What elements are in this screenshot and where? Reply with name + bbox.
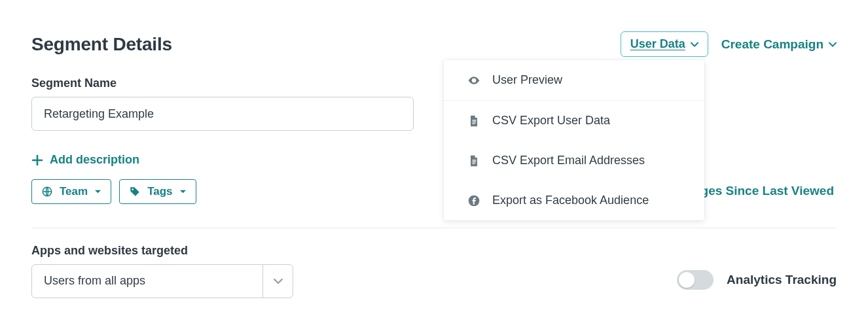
- menu-item-label: CSV Export User Data: [492, 114, 610, 128]
- team-chip[interactable]: Team: [31, 179, 111, 204]
- apps-targeted-label: Apps and websites targeted: [31, 244, 293, 258]
- caret-down-icon: [179, 188, 187, 195]
- caret-down-icon: [94, 188, 101, 195]
- chevron-down-icon: [262, 265, 293, 298]
- svg-rect-5: [473, 123, 475, 124]
- svg-rect-4: [473, 121, 477, 122]
- user-data-dropdown-button[interactable]: User Data: [621, 31, 708, 57]
- menu-item-csv-export-user-data[interactable]: CSV Export User Data: [444, 101, 704, 141]
- plus-icon: [31, 154, 43, 166]
- apps-targeted-value: Users from all apps: [32, 274, 157, 288]
- tag-icon: [129, 186, 141, 198]
- globe-icon: [41, 186, 53, 198]
- user-data-menu: User Preview CSV Export User Data CSV Ex…: [444, 60, 704, 220]
- svg-rect-7: [473, 161, 477, 162]
- menu-item-label: User Preview: [492, 73, 562, 87]
- apps-targeted-field: Apps and websites targeted Users from al…: [31, 244, 293, 298]
- tags-chip-label: Tags: [147, 185, 172, 198]
- add-description-label: Add description: [50, 153, 139, 167]
- menu-item-label: CSV Export Email Addresses: [492, 154, 645, 167]
- facebook-icon: [467, 194, 480, 207]
- team-chip-label: Team: [60, 185, 88, 198]
- header-actions: User Data Create Campaign: [621, 31, 837, 57]
- user-data-label: User Data: [630, 37, 685, 51]
- file-icon: [467, 154, 480, 167]
- tags-chip[interactable]: Tags: [119, 179, 196, 204]
- apps-targeted-select[interactable]: Users from all apps: [31, 264, 293, 298]
- svg-rect-3: [473, 120, 477, 120]
- page-title: Segment Details: [31, 34, 172, 55]
- svg-point-2: [473, 79, 475, 81]
- create-campaign-label: Create Campaign: [721, 37, 823, 52]
- create-campaign-button[interactable]: Create Campaign: [721, 37, 837, 52]
- svg-point-1: [132, 188, 134, 190]
- menu-item-label: Export as Facebook Audience: [492, 194, 649, 207]
- changes-since-last-viewed-link[interactable]: ges Since Last Viewed: [701, 184, 834, 198]
- segment-name-field: Segment Name: [31, 77, 837, 131]
- segment-name-label: Segment Name: [31, 77, 837, 90]
- menu-item-export-facebook-audience[interactable]: Export as Facebook Audience: [444, 181, 704, 220]
- menu-item-user-preview[interactable]: User Preview: [444, 60, 704, 100]
- analytics-tracking-toggle[interactable]: [677, 270, 714, 290]
- chevron-down-icon: [691, 41, 698, 48]
- menu-item-csv-export-email-addresses[interactable]: CSV Export Email Addresses: [444, 141, 704, 181]
- chevron-down-icon: [829, 41, 837, 48]
- segment-name-input[interactable]: [31, 97, 414, 131]
- file-icon: [467, 114, 480, 128]
- svg-rect-8: [473, 163, 475, 164]
- analytics-tracking: Analytics Tracking: [677, 270, 837, 290]
- eye-icon: [467, 74, 480, 87]
- add-description-button[interactable]: Add description: [31, 153, 139, 167]
- svg-rect-6: [473, 160, 477, 160]
- analytics-tracking-label: Analytics Tracking: [727, 273, 837, 287]
- divider: [31, 228, 837, 228]
